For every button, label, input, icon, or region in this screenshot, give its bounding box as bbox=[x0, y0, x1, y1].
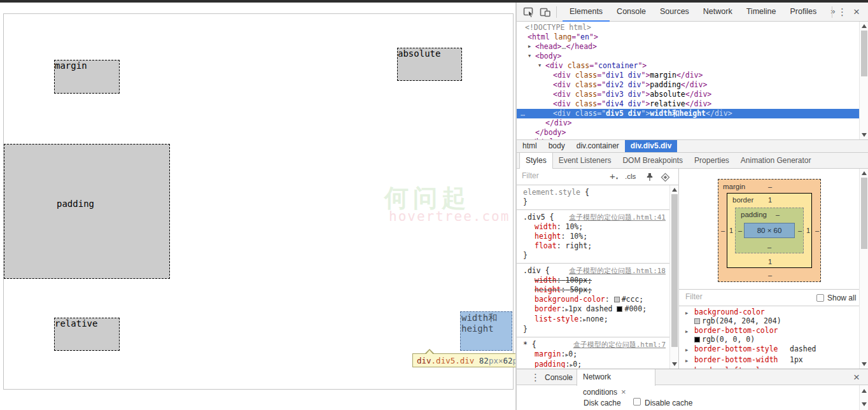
margin-bottom-value[interactable]: – bbox=[768, 271, 772, 279]
new-style-rule-icon[interactable]: +▾ bbox=[610, 171, 615, 181]
web-page: margin absolute padding relative 何问起 hov… bbox=[0, 3, 515, 410]
devtools-tab-network[interactable]: Network bbox=[696, 3, 739, 22]
expand-arrow-right-icon[interactable]: ▶ bbox=[685, 346, 688, 355]
style-property[interactable]: float: right; bbox=[523, 241, 667, 251]
sidebar-tab-animation-generator[interactable]: Animation Generator bbox=[735, 153, 817, 168]
style-property[interactable]: margin:▶0; bbox=[523, 350, 667, 360]
device-toolbar-icon[interactable] bbox=[540, 6, 551, 18]
sidebar-tab-styles[interactable]: Styles bbox=[519, 153, 553, 169]
style-property[interactable]: height: 50px; bbox=[523, 285, 667, 295]
tooltip-times: × bbox=[498, 356, 503, 365]
relative-box-label: relative bbox=[55, 318, 97, 329]
pin-icon[interactable] bbox=[645, 173, 654, 183]
style-source-link[interactable]: 盒子模型的定位问题.html:7 bbox=[573, 340, 666, 350]
style-property[interactable]: height: 10%; bbox=[523, 232, 667, 241]
sidebar-tab-event-listeners[interactable]: Event Listeners bbox=[553, 153, 617, 168]
style-rule: .div5 {盒子模型的定位问题.html:41width: 10%;heigh… bbox=[517, 210, 669, 264]
devtools-tab-elements[interactable]: Elements bbox=[563, 3, 610, 22]
margin-top-value[interactable]: – bbox=[768, 183, 772, 190]
border-left-value[interactable]: 1 bbox=[729, 227, 733, 234]
styles-scrollbar[interactable] bbox=[669, 185, 678, 369]
computed-property-row[interactable]: ▶background-colorrgb(204, 204, 204) bbox=[679, 307, 859, 325]
padding-right-value[interactable]: – bbox=[798, 227, 802, 234]
box-model-content[interactable]: 80 × 60 bbox=[744, 223, 795, 238]
computed-property-row[interactable]: ▶border-bottom-styledashed bbox=[679, 344, 859, 355]
rule-selector[interactable]: .div bbox=[523, 266, 541, 275]
expand-arrow-right-icon[interactable]: ▶ bbox=[685, 328, 688, 336]
padding-left-value[interactable]: – bbox=[738, 227, 742, 234]
style-property[interactable]: background-color: #ccc; bbox=[523, 295, 667, 304]
dom-node[interactable]: <html lang="en"> bbox=[517, 32, 859, 42]
inspect-element-icon[interactable] bbox=[523, 6, 535, 18]
relative-box: relative bbox=[54, 318, 120, 351]
devtools-tab-profiles[interactable]: Profiles bbox=[783, 3, 823, 22]
style-property[interactable]: border:▶1px dashed #000; bbox=[523, 304, 667, 315]
drawer-close-icon[interactable]: × bbox=[853, 372, 860, 383]
margin-left-value[interactable]: – bbox=[721, 227, 725, 234]
dom-node[interactable]: <!DOCTYPE html> bbox=[517, 23, 859, 32]
rule-selector[interactable]: * bbox=[523, 340, 528, 349]
breadcrumb-body[interactable]: body bbox=[543, 140, 571, 152]
color-swatch[interactable] bbox=[617, 306, 622, 312]
border-top-value[interactable]: 1 bbox=[768, 196, 772, 204]
dom-node[interactable]: ▼<div class="container"> bbox=[517, 61, 859, 71]
style-source-link[interactable]: 盒子模型的定位问题.html:41 bbox=[569, 213, 666, 222]
computed-property-row[interactable]: ▶border-bottom-colorrgb(0, 0, 0) bbox=[679, 325, 859, 344]
color-swatch[interactable] bbox=[614, 297, 620, 302]
dom-node[interactable]: </body> bbox=[517, 128, 859, 138]
dom-node[interactable]: </div> bbox=[517, 118, 859, 128]
style-property[interactable]: width: 100px; bbox=[523, 276, 667, 285]
devtools-close-icon[interactable]: × bbox=[853, 6, 860, 17]
devtools-menu-icon[interactable]: ⋮ bbox=[837, 6, 847, 18]
disable-cache-checkbox[interactable] bbox=[633, 398, 641, 406]
devtools-tab-console[interactable]: Console bbox=[610, 3, 653, 22]
style-rule: .div {盒子模型的定位问题.html:18width: 100px;heig… bbox=[517, 264, 669, 337]
dom-node-selected[interactable]: …<div class="div5 div">width和height</div… bbox=[517, 109, 859, 118]
dom-node[interactable]: ▼<body> bbox=[517, 52, 859, 61]
show-all-checkbox[interactable] bbox=[816, 294, 824, 302]
expand-arrow-down-icon[interactable]: ▼ bbox=[538, 61, 541, 71]
rule-selector[interactable]: element.style bbox=[523, 188, 580, 197]
expand-arrow-right-icon[interactable]: ▶ bbox=[528, 42, 531, 52]
padding-bottom-value[interactable]: – bbox=[767, 243, 771, 251]
breadcrumb-div.container[interactable]: div.container bbox=[571, 140, 625, 152]
expand-arrow-right-icon[interactable]: ▶ bbox=[685, 357, 688, 365]
dom-node[interactable]: <div class="div1 div">margin</div> bbox=[517, 71, 859, 80]
drawer-menu-icon[interactable]: ⋮ bbox=[531, 372, 540, 383]
toggle-element-state-icon[interactable] bbox=[661, 173, 670, 184]
border-bottom-value[interactable]: 1 bbox=[768, 258, 772, 265]
dom-tree-scrollbar[interactable] bbox=[859, 22, 868, 139]
style-property[interactable]: list-style:▶none; bbox=[523, 315, 667, 325]
padding-top-value[interactable]: – bbox=[776, 211, 780, 218]
style-property[interactable]: width: 10%; bbox=[523, 222, 667, 232]
sidebar-tab-dom-breakpoints[interactable]: DOM Breakpoints bbox=[617, 153, 689, 168]
border-right-value[interactable]: 1 bbox=[806, 227, 810, 234]
computed-scrollbar[interactable] bbox=[859, 169, 868, 369]
dom-node[interactable]: <div class="div2 div">padding</div> bbox=[517, 80, 859, 90]
devtools-tab-timeline[interactable]: Timeline bbox=[739, 3, 783, 22]
style-source-link[interactable]: 盒子模型的定位问题.html:18 bbox=[569, 266, 666, 276]
margin-right-value[interactable]: – bbox=[815, 227, 819, 234]
dom-node[interactable]: <div class="div3 div">absolute</div> bbox=[517, 90, 859, 99]
close-tab-icon[interactable]: × bbox=[621, 387, 626, 397]
dom-node[interactable]: <div class="div4 div">relative</div> bbox=[517, 99, 859, 109]
style-property[interactable]: padding:▶0; bbox=[523, 360, 667, 368]
drawer-scrollbar[interactable] bbox=[859, 385, 868, 410]
inspected-element-highlight[interactable]: width和 height bbox=[460, 311, 512, 351]
expand-arrow-down-icon[interactable]: ▼ bbox=[528, 52, 531, 61]
drawer-tab-console[interactable]: Console bbox=[545, 370, 573, 385]
devtools-tab-sources[interactable]: Sources bbox=[653, 3, 696, 22]
rule-selector[interactable]: .div5 bbox=[523, 213, 545, 222]
breadcrumb-html[interactable]: html bbox=[517, 140, 543, 152]
tooltip-classes: .div5.div bbox=[431, 356, 475, 365]
element-classes-button[interactable]: .cls bbox=[625, 173, 636, 180]
dom-node[interactable]: ▶<head>…</head> bbox=[517, 42, 859, 52]
sidebar-tab-properties[interactable]: Properties bbox=[689, 153, 735, 168]
breadcrumb-div.div5.div[interactable]: div.div5.div bbox=[625, 140, 677, 152]
styles-filter-input[interactable] bbox=[522, 171, 598, 180]
drawer-tab-network-conditions[interactable]: Network conditions× bbox=[577, 369, 655, 386]
computed-filter-row: Show all bbox=[679, 290, 859, 306]
computed-property-row[interactable]: ▶border-bottom-width1px bbox=[679, 355, 859, 365]
expand-arrow-right-icon[interactable]: ▶ bbox=[685, 309, 688, 318]
computed-filter-input[interactable] bbox=[685, 292, 774, 301]
